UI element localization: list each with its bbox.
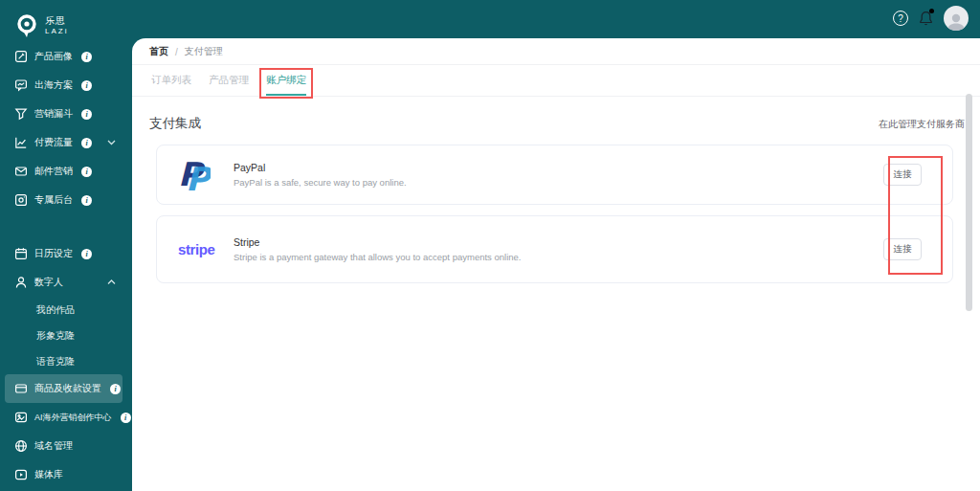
app-window: 乐思 LAZi 产品画像 i 出海方案 i 营销漏斗 i 付费流量 xyxy=(0,0,980,491)
provider-description: Stripe is a payment gateway that allows … xyxy=(234,252,521,262)
sidebar-menu: 产品画像 i 出海方案 i 营销漏斗 i 付费流量 i 邮件营销 xyxy=(0,42,127,489)
sidebar-item-marketing-funnel[interactable]: 营销漏斗 i xyxy=(0,100,127,128)
photo-icon xyxy=(14,411,28,424)
brand-logo[interactable]: 乐思 LAZi xyxy=(0,0,127,42)
provider-card-stripe: stripe Stripe Stripe is a payment gatewa… xyxy=(156,215,953,283)
stripe-logo-icon: stripe xyxy=(178,241,218,257)
info-icon[interactable]: i xyxy=(121,413,131,423)
sidebar-item-exclusive-backend[interactable]: 专属后台 i xyxy=(0,186,127,214)
sidebar-item-ai-overseas-creation-center[interactable]: AI海外营销创作中心 i xyxy=(0,403,127,432)
provider-name: PayPal xyxy=(234,162,407,173)
sidebar-subitem-avatar-clone[interactable]: 形象克隆 xyxy=(0,323,127,348)
info-icon[interactable]: i xyxy=(81,80,92,91)
active-tab-underline xyxy=(266,94,306,96)
sidebar-item-products-payment-settings[interactable]: 商品及收款设置 i xyxy=(5,374,122,403)
calendar-icon xyxy=(14,247,28,260)
sidebar-subitem-voice-clone[interactable]: 语音克隆 xyxy=(0,348,127,374)
sidebar-item-email-marketing[interactable]: 邮件营销 i xyxy=(0,157,127,186)
chevron-down-icon[interactable] xyxy=(107,140,116,145)
info-icon[interactable]: i xyxy=(81,249,92,259)
info-icon[interactable]: i xyxy=(81,138,92,148)
svg-text:P: P xyxy=(186,160,211,194)
sidebar-item-paid-traffic[interactable]: 付费流量 i xyxy=(0,128,127,157)
edit-square-icon xyxy=(14,50,28,63)
camera-square-icon xyxy=(14,193,28,207)
provider-name: Stripe xyxy=(234,236,521,248)
notification-dot xyxy=(929,9,934,13)
brand-name-en: LAZi xyxy=(45,28,68,35)
help-icon[interactable]: ? xyxy=(893,11,908,26)
provider-card-paypal: P P PayPal PayPal is a safe, secure way … xyxy=(156,145,953,205)
menu-divider-space xyxy=(0,214,127,239)
lazi-logo-icon xyxy=(14,12,39,39)
manage-providers-hint: 在此管理支付服务商 xyxy=(879,118,965,132)
sidebar-item-overseas-plan[interactable]: 出海方案 i xyxy=(0,71,127,100)
provider-list: P P PayPal PayPal is a safe, secure way … xyxy=(132,145,980,283)
connect-stripe-button[interactable]: 连接 xyxy=(883,238,922,260)
info-icon[interactable]: i xyxy=(81,195,92,206)
chat-chart-icon xyxy=(14,78,28,92)
sidebar-item-domain-management[interactable]: 域名管理 xyxy=(0,432,127,460)
breadcrumb-current: 支付管理 xyxy=(185,45,223,58)
content-panel: 首页 / 支付管理 订单列表 产品管理 账户绑定 支付集成 在此管理支付服务商 … xyxy=(132,38,980,491)
info-icon[interactable]: i xyxy=(81,167,92,177)
sidebar-subitem-my-works[interactable]: 我的作品 xyxy=(0,297,127,323)
tab-product-management[interactable]: 产品管理 xyxy=(209,65,249,96)
globe-icon xyxy=(14,439,28,453)
info-icon[interactable]: i xyxy=(81,52,92,62)
breadcrumb: 首页 / 支付管理 xyxy=(132,38,980,65)
funnel-icon xyxy=(14,107,28,121)
credit-card-icon xyxy=(14,382,28,395)
scrollbar-thumb[interactable] xyxy=(966,94,972,311)
breadcrumb-separator: / xyxy=(175,47,178,57)
sidebar-item-product-portrait[interactable]: 产品画像 i xyxy=(0,42,127,71)
avatar[interactable] xyxy=(944,6,969,31)
info-icon[interactable]: i xyxy=(110,384,121,394)
tab-bar: 订单列表 产品管理 账户绑定 xyxy=(132,65,980,97)
person-icon xyxy=(14,276,28,289)
media-icon xyxy=(14,468,28,481)
sidebar-item-digital-human[interactable]: 数字人 xyxy=(0,268,127,297)
paypal-logo-icon: P P xyxy=(178,156,218,194)
connect-paypal-button[interactable]: 连接 xyxy=(883,164,922,186)
topbar-actions: ? xyxy=(893,5,969,32)
page-title: 支付集成 xyxy=(149,115,201,132)
brand-name-cn: 乐思 xyxy=(45,16,68,26)
sidebar-item-calendar-settings[interactable]: 日历设定 i xyxy=(0,239,127,268)
bell-icon[interactable] xyxy=(919,11,933,27)
chevron-up-icon[interactable] xyxy=(107,279,116,285)
sidebar-item-media-library[interactable]: 媒体库 xyxy=(0,460,127,489)
provider-description: PayPal is a safe, secure way to pay onli… xyxy=(234,177,407,188)
sidebar: 乐思 LAZi 产品画像 i 出海方案 i 营销漏斗 i 付费流量 xyxy=(0,0,127,491)
tab-order-list[interactable]: 订单列表 xyxy=(151,65,191,96)
line-chart-icon xyxy=(14,136,28,149)
envelope-icon xyxy=(14,165,28,178)
tab-account-binding[interactable]: 账户绑定 xyxy=(266,65,306,96)
breadcrumb-home[interactable]: 首页 xyxy=(149,45,168,58)
section-header: 支付集成 在此管理支付服务商 xyxy=(132,97,980,145)
info-icon[interactable]: i xyxy=(81,109,92,120)
